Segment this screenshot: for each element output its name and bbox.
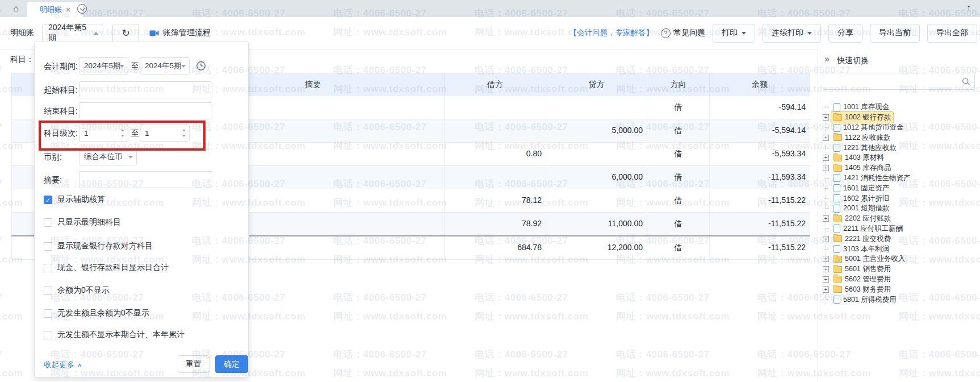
export-current-button[interactable]: 导出当前 [870, 24, 920, 43]
continuous-print-button[interactable]: 连续打印 [763, 24, 821, 43]
home-button[interactable]: ⌂ [6, 0, 26, 17]
expand-plus-icon[interactable]: + [823, 286, 829, 293]
filter-checkbox-row[interactable]: 只显示最明细科目 [44, 218, 121, 227]
tree-item-1403[interactable]: +1403 原材料 [823, 153, 976, 163]
expand-plus-icon[interactable]: + [823, 155, 829, 161]
expand-plus-icon[interactable]: + [823, 215, 829, 222]
tree-item-1601[interactable]: 1601 固定资产 [823, 183, 976, 193]
table-header-debit: 借方 [445, 73, 546, 96]
expert-qa-link[interactable]: 【会计问题，专家解答】 [569, 28, 654, 38]
tree-item-1602[interactable]: 1602 累计折旧 [823, 193, 976, 204]
watermark-phone: 电话：4006-6500-27 [475, 291, 568, 304]
end-account-input[interactable] [79, 102, 212, 119]
folder-icon [834, 114, 842, 121]
filter-checkbox-row[interactable]: ✓显示辅助核算 [44, 195, 105, 204]
tree-item-label: 5601 销售费用 [845, 264, 891, 274]
filter-checkbox-row[interactable]: 无发生额且余额为0不显示 [44, 309, 149, 318]
reset-button[interactable]: 重置 [178, 355, 210, 373]
expand-plus-icon[interactable]: + [823, 165, 829, 171]
tab-list-dropdown-icon[interactable] [77, 4, 87, 14]
checkbox-checked-icon[interactable]: ✓ [44, 196, 52, 204]
tree-item-5801[interactable]: 5801 所得税费用 [823, 294, 976, 305]
tree-item-2202[interactable]: +2202 应付账款 [823, 214, 976, 224]
tree-item-1002[interactable]: +1002 银行存款 [823, 113, 976, 123]
spinner-down-icon[interactable] [182, 135, 186, 137]
filter-checkbox-row[interactable]: 余额为0不显示 [44, 286, 110, 295]
tree-item-label: 3103 本年利润 [843, 244, 889, 254]
sidebar-title: 快速切换 [837, 56, 869, 66]
table-cell: 78.12 [445, 189, 546, 212]
subject-filter-label: 科目： [10, 55, 34, 65]
table-header-direction: 方向 [647, 73, 710, 96]
start-account-input[interactable] [79, 81, 212, 98]
period-to-select[interactable]: 2024年5期 [140, 57, 190, 74]
export-all-button[interactable]: 导出全部 [927, 24, 977, 43]
file-icon [834, 245, 840, 253]
watermark-site: 网址：www.tdxsoft.com [0, 310, 23, 323]
tree-item-5602[interactable]: +5602 管理费用 [823, 275, 976, 285]
table-cell: 5,000.00 [546, 119, 647, 142]
tree-item-label: 1602 累计折旧 [843, 194, 889, 204]
tree-item-body[interactable]: 5801 所得税费用 [831, 294, 899, 306]
sidebar-collapse-icon[interactable]: » [824, 54, 830, 64]
spinner-up-icon[interactable] [182, 129, 186, 131]
export-current-label: 导出当前 [879, 28, 911, 38]
faq-link[interactable]: ? 常见问题 [661, 28, 705, 38]
ledger-flow-button[interactable]: 账簿管理流程 [149, 28, 211, 38]
tab-close-icon[interactable]: × [66, 6, 70, 14]
tree-item-3103[interactable]: 3103 本年利润 [823, 244, 976, 254]
tree-item-1001[interactable]: 1001 库存现金 [823, 102, 976, 113]
checkbox-icon[interactable] [44, 286, 52, 295]
tree-item-2211[interactable]: 2211 应付职工薪酬 [823, 224, 976, 234]
filter-checkbox-row[interactable]: 无发生额不显示本期合计、本年累计 [44, 330, 185, 339]
tree-item-5601[interactable]: +5601 销售费用 [823, 264, 976, 275]
export-all-label: 导出全部 [936, 28, 968, 38]
period-select[interactable]: 2024年第5期 [42, 24, 103, 43]
level-to-stepper[interactable]: 1 [140, 124, 190, 142]
refresh-button[interactable]: ↻ [112, 24, 139, 43]
checkbox-icon[interactable] [44, 218, 52, 227]
checkbox-icon[interactable] [44, 331, 52, 339]
print-button[interactable]: 打印 [713, 24, 755, 43]
expand-plus-icon[interactable]: + [823, 266, 829, 272]
tree-item-1012[interactable]: 1012 其他货币资金 [823, 123, 976, 133]
level-from-stepper[interactable]: 1 [79, 124, 128, 142]
table-cell: 78.92 [445, 213, 546, 235]
collapse-more-link[interactable]: 收起更多 ∧ [44, 360, 82, 370]
checkbox-icon[interactable] [44, 242, 52, 251]
tree-item-2001[interactable]: 2001 短期借款 [823, 204, 976, 214]
clock-icon[interactable] [196, 61, 206, 71]
range-to-label-2: 至 [131, 124, 139, 142]
filter-checkbox-row[interactable]: 现金、银行存款科目显示日合计 [44, 263, 169, 272]
tree-item-1122[interactable]: +1122 应收账款 [823, 132, 976, 143]
confirm-button[interactable]: 确定 [215, 355, 248, 373]
spinner-up-icon[interactable] [121, 129, 124, 131]
filter-checkbox-row[interactable]: 显示现金银行存款对方科目 [44, 242, 153, 251]
expand-plus-icon[interactable]: + [823, 256, 829, 262]
expand-plus-icon[interactable]: + [823, 114, 829, 121]
watermark-phone: 电话：4006-6500-27 [0, 64, 2, 77]
tree-item-2221[interactable]: +2221 应交税费 [823, 234, 976, 244]
checkbox-icon[interactable] [44, 309, 52, 318]
currency-select[interactable]: 综合本位币 [79, 148, 137, 165]
tree-item-1221[interactable]: 1221 其他应收款 [823, 143, 976, 153]
watermark-phone: 电话：4006-6500-27 [616, 291, 709, 304]
checkbox-label: 显示辅助核算 [57, 194, 105, 205]
scroll-top-icon[interactable]: ↑ [967, 2, 971, 12]
spinner-down-icon[interactable] [121, 135, 124, 137]
checkbox-icon[interactable] [44, 264, 52, 272]
expand-plus-icon[interactable]: + [823, 276, 829, 283]
tree-item-1421[interactable]: 1421 消耗性生物资产 [823, 173, 976, 184]
tab-detail-ledger[interactable]: 明细账 × [27, 2, 83, 17]
period-from-select[interactable]: 2024年5期 [79, 57, 128, 74]
account-search-input[interactable] [823, 73, 975, 90]
tree-item-1405[interactable]: +1405 库存商品 [823, 163, 976, 173]
expand-plus-icon[interactable]: + [823, 135, 829, 141]
tree-item-5603[interactable]: +5603 财务费用 [823, 284, 976, 294]
summary-filter-input[interactable] [79, 171, 212, 188]
expand-plus-icon[interactable]: + [823, 236, 829, 242]
share-button[interactable]: 分享 [828, 24, 862, 43]
tree-item-5001[interactable]: +5001 主营业务收入 [823, 254, 976, 264]
folder-icon [834, 134, 842, 141]
period-select-value: 2024年第5期 [48, 23, 94, 43]
